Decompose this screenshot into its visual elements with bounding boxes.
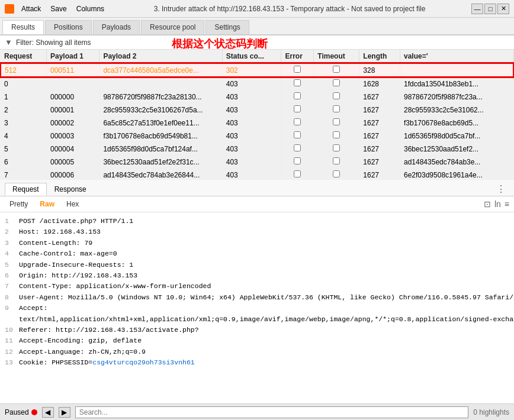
table-row[interactable]: 5 000004 1d65365f98d0d5ca7bf124af... 403…	[1, 143, 513, 156]
table-row[interactable]: 1 000000 98786720f5f9887fc23a28130... 40…	[1, 91, 513, 104]
timeout-checkbox[interactable]	[333, 118, 340, 125]
cell-payload1	[47, 77, 99, 91]
col-error: Error	[281, 50, 314, 63]
subtab-pretty[interactable]: Pretty	[5, 199, 33, 209]
cell-timeout	[314, 104, 359, 117]
table-row[interactable]: 3 000002 6a5c85c27a513f0e1ef0ee11... 403…	[1, 117, 513, 130]
subtab-hex[interactable]: Hex	[62, 199, 83, 209]
line-number: 1	[5, 216, 14, 227]
nav-back-button[interactable]: ◀	[42, 407, 54, 418]
nav-forward-button[interactable]: ▶	[59, 407, 70, 418]
annotation-text: 根据这个状态码判断	[172, 37, 268, 51]
cell-error	[281, 143, 314, 156]
menu-attack[interactable]: Attack	[18, 4, 44, 14]
window-title: 3. Intruder attack of http://192.168.43.…	[108, 5, 471, 13]
minimize-button[interactable]: —	[471, 4, 483, 14]
request-line: 10Referer: http://192.168.43.153/activat…	[5, 325, 509, 335]
tab-results[interactable]: Results	[2, 20, 44, 34]
paused-indicator: Paused	[5, 408, 37, 416]
ln-icon[interactable]: ln	[494, 199, 501, 209]
maximize-button[interactable]: □	[484, 4, 496, 14]
cell-payload2: 98786720f5f9887fc23a28130...	[99, 91, 222, 104]
close-button[interactable]: ✕	[497, 4, 509, 14]
paused-dot	[31, 409, 37, 415]
cell-length: 1627	[359, 104, 400, 117]
app-icon	[5, 4, 14, 14]
cell-request-id: 512	[1, 63, 47, 77]
cell-payload2: 28c955933c2c5e3106267d5a...	[99, 104, 222, 117]
cell-error	[281, 91, 314, 104]
cell-length: 1627	[359, 156, 400, 169]
cell-value: ad148435edc784ab3e...	[400, 156, 513, 169]
menu-save[interactable]: Save	[47, 4, 70, 14]
error-checkbox[interactable]	[294, 92, 301, 99]
table-row[interactable]: 7 000006 ad148435edc784ab3e26844... 403 …	[1, 169, 513, 180]
line-number: 5	[5, 260, 14, 270]
tab-response[interactable]: Response	[47, 183, 94, 196]
request-line: 11Accept-Encoding: gzip, deflate	[5, 335, 509, 346]
cell-request-id: 0	[1, 77, 47, 91]
format-icon[interactable]: ≡	[505, 199, 509, 209]
line-text: Cookie: PHPSESSID=csg4vturcqo29oh73si3vn…	[19, 357, 195, 368]
tab-resource-pool[interactable]: Resource pool	[141, 20, 204, 34]
timeout-checkbox[interactable]	[333, 170, 340, 177]
cell-value	[400, 63, 513, 77]
error-checkbox[interactable]	[294, 170, 301, 177]
timeout-checkbox[interactable]	[333, 79, 340, 86]
error-checkbox[interactable]	[294, 157, 301, 164]
table-row[interactable]: 6 000005 36bec12530aad51ef2e2f31c... 403…	[1, 156, 513, 169]
cell-length: 328	[359, 63, 400, 77]
cell-payload2: dca377c446580a5a5edce0e...	[99, 63, 222, 77]
menu-columns[interactable]: Columns	[73, 4, 108, 14]
col-request: Request	[1, 50, 47, 63]
cell-request-id: 5	[1, 143, 47, 156]
error-checkbox[interactable]	[294, 118, 301, 125]
timeout-checkbox[interactable]	[333, 144, 340, 151]
cell-value: 28c955933c2c5e31062...	[400, 104, 513, 117]
results-table: Request Payload 1 Payload 2 Status co...…	[0, 50, 514, 180]
line-number: 7	[5, 281, 14, 292]
tab-settings[interactable]: Settings	[205, 20, 249, 34]
line-number: 3	[5, 238, 14, 248]
more-options-icon[interactable]: ⋮	[493, 182, 509, 196]
timeout-checkbox[interactable]	[333, 157, 340, 164]
timeout-checkbox[interactable]	[333, 105, 340, 112]
search-input[interactable]	[75, 406, 469, 418]
cell-status: 403	[222, 169, 281, 180]
error-checkbox[interactable]	[294, 66, 301, 73]
table-row[interactable]: 512 000511 dca377c446580a5a5edce0e... 30…	[1, 63, 513, 77]
error-checkbox[interactable]	[294, 79, 301, 86]
cell-timeout	[314, 63, 359, 77]
cell-timeout	[314, 91, 359, 104]
table-row[interactable]: 2 000001 28c955933c2c5e3106267d5a... 403…	[1, 104, 513, 117]
highlights-count: 0 highlights	[473, 408, 509, 416]
cell-payload1: 000000	[47, 91, 99, 104]
cell-status: 403	[222, 130, 281, 143]
error-checkbox[interactable]	[294, 105, 301, 112]
cell-status: 302	[222, 63, 281, 77]
sub-tab-bar: Pretty Raw Hex ⊡ ln ≡	[0, 196, 514, 212]
error-checkbox[interactable]	[294, 131, 301, 138]
error-checkbox[interactable]	[294, 144, 301, 151]
cell-error	[281, 169, 314, 180]
timeout-checkbox[interactable]	[333, 66, 340, 73]
cell-status: 403	[222, 91, 281, 104]
tab-request[interactable]: Request	[5, 183, 47, 196]
table-row[interactable]: 4 000003 f3b170678e8acb69d549b81... 403 …	[1, 130, 513, 143]
table-row[interactable]: 0 403 1628 1fdcda135041b83eb1...	[1, 77, 513, 91]
cell-timeout	[314, 143, 359, 156]
cell-status: 403	[222, 77, 281, 91]
subtab-raw[interactable]: Raw	[35, 199, 59, 209]
cell-payload2: 36bec12530aad51ef2e2f31c...	[99, 156, 222, 169]
text-wrap-icon[interactable]: ⊡	[484, 199, 491, 209]
tab-payloads[interactable]: Payloads	[93, 20, 140, 34]
cell-length: 1627	[359, 130, 400, 143]
cell-status: 403	[222, 117, 281, 130]
tab-positions[interactable]: Positions	[45, 20, 92, 34]
timeout-checkbox[interactable]	[333, 92, 340, 99]
line-number: 12	[5, 347, 14, 357]
line-text: Upgrade-Insecure-Requests: 1	[19, 260, 133, 270]
cell-length: 1628	[359, 77, 400, 91]
cell-length: 1627	[359, 91, 400, 104]
timeout-checkbox[interactable]	[333, 131, 340, 138]
